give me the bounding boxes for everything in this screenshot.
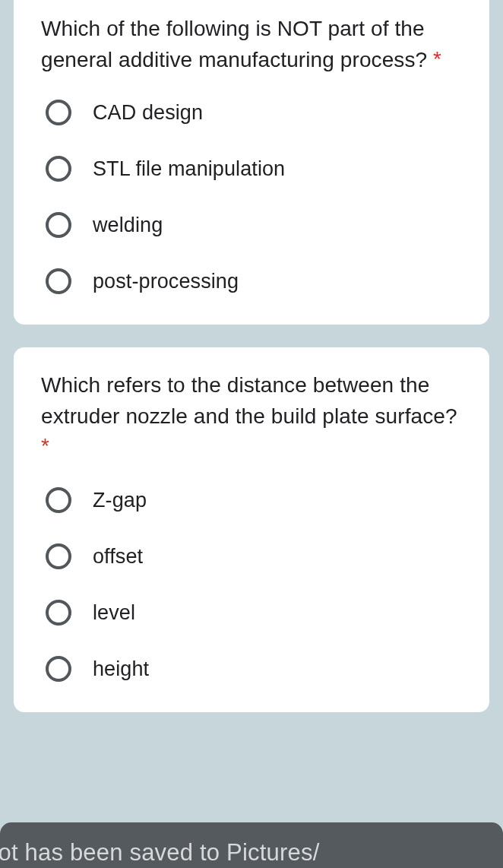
radio-icon <box>46 543 71 569</box>
radio-icon <box>46 487 71 513</box>
option-label: CAD design <box>93 100 203 125</box>
option-label: STL file manipulation <box>93 157 285 181</box>
screenshot-toast: not has been saved to Pictures/ <box>0 822 503 868</box>
radio-icon <box>46 268 71 294</box>
toast-text: not has been saved to Pictures/ <box>0 839 319 866</box>
option-label: level <box>93 600 135 625</box>
radio-icon <box>46 656 71 682</box>
radio-icon <box>46 156 71 182</box>
radio-option[interactable]: offset <box>46 543 462 569</box>
radio-option[interactable]: Z-gap <box>46 487 462 513</box>
radio-option[interactable]: welding <box>46 212 462 238</box>
radio-icon <box>46 600 71 626</box>
option-label: height <box>93 657 149 681</box>
question-text: Which refers to the distance between the… <box>41 373 457 428</box>
question-card: Which of the following is NOT part of th… <box>14 0 489 325</box>
radio-option[interactable]: height <box>46 656 462 682</box>
option-label: Z-gap <box>93 488 147 512</box>
question-title: Which of the following is NOT part of th… <box>41 14 462 75</box>
radio-option[interactable]: CAD design <box>46 100 462 125</box>
question-text: Which of the following is NOT part of th… <box>41 17 427 71</box>
required-asterisk: * <box>433 47 441 71</box>
radio-option[interactable]: level <box>46 600 462 626</box>
option-label: welding <box>93 213 163 237</box>
options-group: Z-gap offset level height <box>41 487 462 682</box>
radio-icon <box>46 100 71 125</box>
required-asterisk: * <box>41 434 49 458</box>
question-card: Which refers to the distance between the… <box>14 347 489 712</box>
radio-option[interactable]: post-processing <box>46 268 462 294</box>
options-group: CAD design STL file manipulation welding… <box>41 100 462 294</box>
question-title: Which refers to the distance between the… <box>41 370 462 463</box>
radio-option[interactable]: STL file manipulation <box>46 156 462 182</box>
radio-icon <box>46 212 71 238</box>
option-label: post-processing <box>93 269 239 293</box>
option-label: offset <box>93 544 143 569</box>
